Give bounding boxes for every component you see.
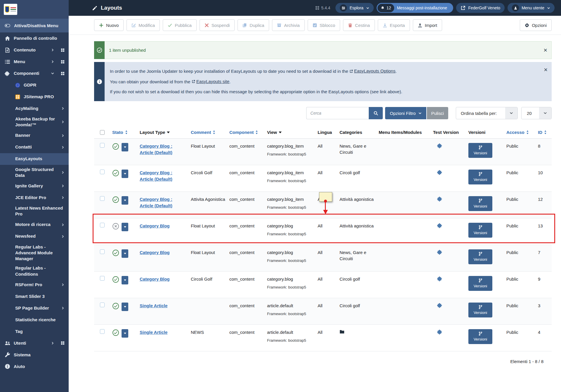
puzzle-icon[interactable] xyxy=(437,303,443,308)
versions-button[interactable]: Versioni xyxy=(468,170,492,184)
grid-icon[interactable] xyxy=(61,60,65,64)
row-actions-dropdown[interactable] xyxy=(122,223,128,231)
versions-button[interactable]: Versioni xyxy=(468,196,492,211)
puzzle-icon[interactable] xyxy=(437,170,443,175)
layout-link[interactable]: Single Article xyxy=(140,329,172,336)
puzzle-icon[interactable] xyxy=(437,276,443,282)
preview-site-button[interactable]: FederGolf Veneto xyxy=(456,3,505,13)
nuovo-button[interactable]: Nuovo xyxy=(94,19,124,31)
sidebar-item-sp-page-builder[interactable]: SP Page Builder xyxy=(0,302,69,314)
sidebar-item-tag[interactable]: Tag xyxy=(0,326,69,337)
explore-button[interactable]: Esplora xyxy=(335,3,373,13)
search-input[interactable] xyxy=(306,107,369,119)
column-header-stato[interactable]: Stato xyxy=(112,130,140,135)
sidebar-item-jce-editor-pro[interactable]: JCE Editor Pro xyxy=(0,192,69,203)
status-published-icon[interactable] xyxy=(112,303,119,310)
layout-link[interactable]: Category Blog : Article (Default) xyxy=(140,143,188,156)
row-checkbox[interactable] xyxy=(100,170,105,174)
sidebar-item-google-structured-data[interactable]: Google Structured Data xyxy=(0,165,69,180)
info-link[interactable]: EasyLayouts Options xyxy=(349,68,396,73)
layout-link[interactable]: Category Blog xyxy=(140,276,174,282)
grid-icon[interactable] xyxy=(61,48,65,52)
sidebar-item-akeeba-backup-for-joomla[interactable]: Akeeba Backup for Joomla!™ xyxy=(0,114,69,130)
row-checkbox[interactable] xyxy=(100,223,105,227)
row-actions-dropdown[interactable] xyxy=(122,143,128,151)
row-actions-dropdown[interactable] xyxy=(122,329,128,338)
sidebar-item-motore-di-ricerca[interactable]: Motore di ricerca xyxy=(0,219,69,231)
sidebar-item-aiuto[interactable]: Aiuto xyxy=(0,361,69,372)
row-checkbox[interactable] xyxy=(100,143,105,148)
column-header-accesso[interactable]: Accesso xyxy=(506,130,538,135)
sidebar-item-easylayouts[interactable]: EasyLayouts xyxy=(0,153,69,165)
puzzle-icon[interactable] xyxy=(437,329,443,335)
puzzle-icon[interactable] xyxy=(437,196,443,202)
row-checkbox[interactable] xyxy=(100,196,105,201)
row-actions-dropdown[interactable] xyxy=(122,303,128,311)
info-link[interactable]: EasyLayouts site xyxy=(192,79,229,84)
sidebar-item-contenuto[interactable]: Contenuto xyxy=(0,44,69,56)
sidebar-item-statistiche-ricerche[interactable]: Statistiche ricerche xyxy=(0,314,69,326)
clear-filters-button[interactable]: Pulisci xyxy=(427,107,448,119)
modifica-button[interactable]: Modifica xyxy=(127,19,160,31)
sidebar-item-banner[interactable]: Banner xyxy=(0,130,69,141)
options-button[interactable]: Opzioni xyxy=(520,19,552,31)
filter-options-button[interactable]: Opzioni Filtro xyxy=(385,107,426,119)
sidebar-item-regular-labs-conditions[interactable]: Regular Labs - Conditions xyxy=(0,263,69,279)
versions-button[interactable]: Versioni xyxy=(468,329,492,344)
sidebar-item-regular-labs-advanced-module-manager[interactable]: Regular Labs - Advanced Module Manager xyxy=(0,242,69,264)
versions-button[interactable]: Versioni xyxy=(468,223,492,238)
column-header-comment[interactable]: Comment xyxy=(191,130,229,135)
row-actions-dropdown[interactable] xyxy=(122,249,128,258)
import-button[interactable]: Import xyxy=(413,19,442,31)
row-actions-dropdown[interactable] xyxy=(122,196,128,205)
post-installation-messages-button[interactable]: 12 Messaggi post-installazione xyxy=(377,3,453,13)
sidebar-item-rsform-pro[interactable]: RSForm! Pro xyxy=(0,279,69,291)
sidebar-item-jsitemap-pro[interactable]: JSitemap PRO xyxy=(0,91,69,103)
select-all-checkbox[interactable] xyxy=(100,130,105,135)
page-size-select[interactable]: 20 xyxy=(521,107,552,119)
layout-link[interactable]: Category Blog : Article (Default) xyxy=(140,170,188,182)
puzzle-icon[interactable] xyxy=(437,223,443,228)
sidebar-item-utenti[interactable]: Utenti xyxy=(0,337,69,349)
sidebar-item-ignite-gallery[interactable]: Ignite Gallery xyxy=(0,180,69,192)
sidebar-item-gdpr[interactable]: GDPR xyxy=(0,79,69,91)
sidebar-item-latest-news-enhanced-pro[interactable]: Latest News Enhanced Pro xyxy=(0,203,69,219)
sidebar-item-menu[interactable]: Menu xyxy=(0,56,69,68)
sidebar-item-contatti[interactable]: Contatti xyxy=(0,141,69,153)
sidebar-item-newsfeed[interactable]: Newsfeed xyxy=(0,231,69,242)
close-alert-button[interactable]: × xyxy=(539,47,551,53)
status-published-icon[interactable] xyxy=(112,329,119,336)
sidebar-item-sistema[interactable]: Sistema xyxy=(0,349,69,361)
user-menu-button[interactable]: Menu utente xyxy=(508,3,555,13)
layout-link[interactable]: Single Article xyxy=(140,303,172,309)
row-checkbox[interactable] xyxy=(100,329,105,334)
versions-button[interactable]: Versioni xyxy=(468,249,492,264)
puzzle-icon[interactable] xyxy=(437,249,443,255)
site-logo[interactable] xyxy=(4,4,17,15)
sblocco-button[interactable]: Sblocco xyxy=(308,19,340,31)
archivia-button[interactable]: Archivia xyxy=(272,19,304,31)
layout-link[interactable]: Category Blog : Article (Default) xyxy=(140,196,188,209)
grid-icon[interactable] xyxy=(61,341,65,345)
menu-toggle[interactable]: Attiva/Disattiva Menu xyxy=(0,19,69,32)
duplica-button[interactable]: Duplica xyxy=(238,19,269,31)
close-alert-button[interactable]: × xyxy=(540,67,552,73)
search-button[interactable] xyxy=(369,107,383,119)
sidebar-item-pannello-di-controllo[interactable]: Pannello di controllo xyxy=(0,32,69,44)
row-actions-dropdown[interactable] xyxy=(122,276,128,284)
row-checkbox[interactable] xyxy=(100,276,105,281)
grid-icon[interactable] xyxy=(61,72,65,75)
row-checkbox[interactable] xyxy=(100,249,105,254)
column-header-view[interactable]: View xyxy=(267,130,318,135)
layout-link[interactable]: Category Blog xyxy=(140,249,174,256)
esporta-button[interactable]: Esporta xyxy=(378,19,410,31)
layout-link[interactable]: Category Blog xyxy=(140,223,174,229)
versions-button[interactable]: Versioni xyxy=(468,276,492,291)
versions-button[interactable]: Versioni xyxy=(468,143,492,158)
column-header-component[interactable]: Component xyxy=(229,130,267,135)
row-checkbox[interactable] xyxy=(100,303,105,307)
pubblica-button[interactable]: Pubblica xyxy=(163,19,197,31)
status-published-icon[interactable] xyxy=(112,249,119,256)
sidebar-item-smart-slider-3[interactable]: Smart Slider 3 xyxy=(0,291,69,302)
column-header-layout-type[interactable]: Layout Type xyxy=(140,130,191,135)
